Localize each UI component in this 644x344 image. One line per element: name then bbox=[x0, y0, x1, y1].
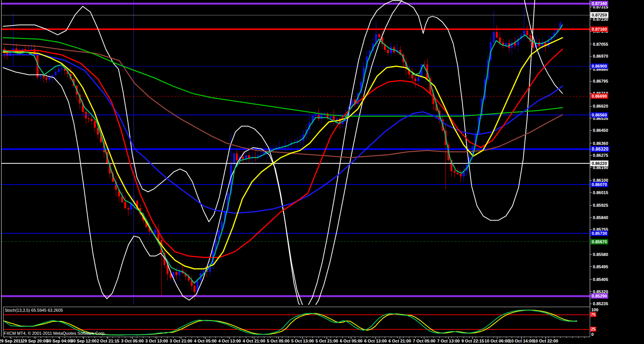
candle bbox=[242, 157, 244, 159]
time-axis-label: 10 Oct 14:00 bbox=[509, 339, 534, 343]
candle bbox=[505, 43, 507, 45]
candle bbox=[175, 272, 177, 275]
candle bbox=[43, 76, 45, 78]
candle bbox=[45, 78, 47, 80]
time-axis-label: 3 Oct 05:00 bbox=[121, 339, 144, 343]
price-tick-label: 0.85495 bbox=[593, 264, 608, 269]
price-tick-label: 0.86795 bbox=[593, 79, 608, 83]
candle bbox=[457, 173, 459, 174]
time-axis-label: 10 Oct 22:00 bbox=[533, 339, 558, 343]
candle bbox=[233, 153, 235, 165]
candle bbox=[417, 77, 419, 81]
time-axis-label: 6 Oct 21:00 bbox=[389, 339, 411, 343]
price-line-label: 0.87259 bbox=[591, 12, 608, 18]
candle bbox=[236, 153, 238, 161]
time-axis-label: 2 Oct 21:15 bbox=[97, 339, 119, 343]
candle bbox=[526, 31, 528, 35]
price-tick-label: 0.86620 bbox=[593, 104, 608, 108]
price-line-label: 0.85670 bbox=[591, 239, 608, 244]
price-line-label: 0.85730 bbox=[591, 231, 608, 236]
candle bbox=[170, 274, 172, 278]
price-tick-label: 0.85840 bbox=[593, 215, 608, 220]
time-axis-label: 29 Sep 2011 bbox=[0, 339, 23, 343]
candle bbox=[48, 77, 50, 80]
candle bbox=[390, 47, 392, 53]
candle bbox=[124, 202, 126, 209]
price-tick-label: 0.85925 bbox=[593, 203, 608, 208]
time-axis-label: 6 Oct 05:00 bbox=[340, 339, 362, 343]
candle bbox=[538, 42, 540, 46]
price-tick-label: 0.86015 bbox=[593, 190, 608, 195]
time-axis-label: 29 Sep 20:00 bbox=[22, 339, 48, 343]
price-line-label: 0.87160 bbox=[591, 27, 608, 32]
candle bbox=[499, 38, 501, 43]
candle bbox=[411, 75, 413, 78]
candle bbox=[127, 208, 129, 209]
candle bbox=[532, 42, 534, 48]
price-tick-label: 0.86275 bbox=[593, 153, 608, 158]
time-axis-label: 6 Oct 13:00 bbox=[364, 339, 387, 343]
candle bbox=[91, 119, 93, 121]
price-tick-label: 0.86360 bbox=[593, 141, 608, 146]
time-axis-label: 30 Sep 04:00 bbox=[47, 339, 72, 343]
candle bbox=[454, 171, 455, 173]
time-axis-label: 3 Oct 21:00 bbox=[170, 339, 192, 343]
candle bbox=[330, 116, 332, 118]
time-axis-label: 4 Oct 13:00 bbox=[218, 339, 241, 343]
price-tick-label: 0.86450 bbox=[593, 128, 608, 133]
price-line-label: 0.86560 bbox=[591, 112, 608, 118]
time-axis-label: 30 Sep 12:00 bbox=[71, 339, 97, 343]
price-line-label: 0.86070 bbox=[591, 182, 608, 187]
stochastic-indicator-label: Stoch(13,3,5) 65.5945 63.2605 bbox=[5, 308, 63, 312]
price-line-label: 0.86900 bbox=[591, 63, 608, 69]
time-axis-label: 10 Oct 06:00 bbox=[485, 339, 510, 343]
time-axis-label: 5 Oct 21:00 bbox=[315, 339, 338, 343]
price-line-label: 0.85290 bbox=[591, 293, 608, 299]
copyright-text: FXCM MT4, © 2001-2011 MetaQuotes Softwar… bbox=[4, 331, 106, 336]
candle bbox=[496, 32, 498, 38]
price-tick-label: 0.85580 bbox=[593, 252, 608, 257]
time-axis-label: 5 Oct 13:00 bbox=[291, 339, 314, 343]
price-tick-label: 0.86970 bbox=[593, 54, 608, 58]
price-tick-label: 0.87055 bbox=[593, 42, 608, 47]
candle bbox=[154, 230, 156, 233]
candle bbox=[245, 155, 247, 159]
price-tick-label: 0.85405 bbox=[593, 277, 608, 282]
time-axis-label: 9 Oct 22:15 bbox=[461, 339, 484, 343]
candlestick-chart-canvas[interactable] bbox=[0, 0, 644, 344]
candle bbox=[94, 121, 96, 128]
candle bbox=[378, 34, 380, 37]
time-axis-label: 7 Oct 05:00 bbox=[413, 339, 435, 343]
stoch-lower-level-label: 25 bbox=[590, 327, 596, 332]
candle bbox=[58, 69, 60, 72]
time-axis-label: 7 Oct 13:00 bbox=[437, 339, 460, 343]
candle bbox=[55, 72, 57, 75]
stoch-upper-level-label: 75 bbox=[590, 312, 596, 317]
price-tick-label: 0.85235 bbox=[593, 301, 608, 306]
candle bbox=[460, 174, 462, 176]
time-axis-label: 3 Oct 13:00 bbox=[145, 339, 168, 343]
price-line-label: 0.86220 bbox=[591, 161, 608, 166]
candle bbox=[61, 68, 63, 69]
candle bbox=[194, 286, 195, 292]
price-line-label: 0.86690 bbox=[591, 93, 608, 99]
stoch-scale-top-label: 100 bbox=[591, 307, 598, 312]
price-line-label: 0.87340 bbox=[591, 1, 608, 6]
price-line-label: 0.86320 bbox=[591, 146, 609, 152]
time-axis-label: 4 Oct 21:00 bbox=[243, 339, 265, 343]
mt4-chart-window: 0.873150.872300.871450.870550.869700.868… bbox=[0, 0, 644, 344]
candle bbox=[414, 78, 416, 81]
candle bbox=[40, 76, 42, 78]
candle bbox=[88, 118, 90, 119]
stoch-scale-bottom-label: 0 bbox=[591, 332, 594, 337]
candle bbox=[387, 50, 389, 53]
candle bbox=[493, 32, 495, 42]
time-axis-label: 4 Oct 05:00 bbox=[194, 339, 217, 343]
time-axis-label: 5 Oct 05:00 bbox=[267, 339, 290, 343]
